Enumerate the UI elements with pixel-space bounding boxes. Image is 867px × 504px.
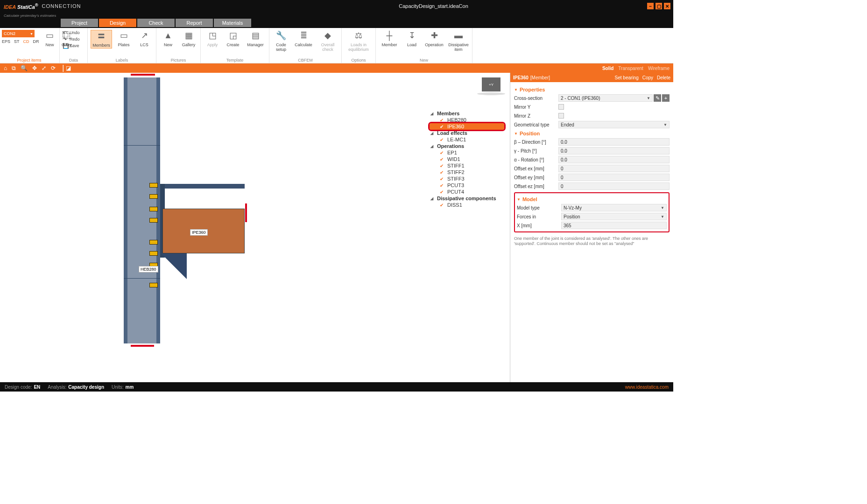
connection-dropdown[interactable]: CON2: [2, 30, 35, 37]
mode-st[interactable]: ST: [14, 39, 20, 44]
minimize-button[interactable]: –: [647, 3, 654, 9]
member-icon: ┼: [383, 30, 395, 42]
mirror-z-checkbox[interactable]: [558, 113, 564, 119]
new-member-button[interactable]: ┼Member: [379, 30, 400, 48]
view-solid[interactable]: Solid: [602, 66, 613, 71]
zoom-in-icon[interactable]: 🔍: [21, 65, 28, 71]
tab-check[interactable]: Check: [137, 19, 175, 27]
tab-project[interactable]: Project: [61, 19, 98, 27]
members-button[interactable]: 〓Members: [91, 30, 112, 49]
beam-ipe360[interactable]: IPE360: [162, 209, 245, 253]
new-load-button[interactable]: ↧Load: [403, 30, 421, 48]
tree-item[interactable]: ✔STIFF1: [430, 162, 504, 169]
close-button[interactable]: ✕: [664, 3, 670, 9]
section-position[interactable]: Position: [514, 131, 670, 136]
view-wireframe[interactable]: Wireframe: [648, 66, 670, 71]
expand-icon[interactable]: ⤢: [42, 65, 46, 71]
gallery-button[interactable]: ▦Gallery: [180, 30, 197, 48]
tree-item[interactable]: ✔PCUT3: [430, 182, 504, 189]
x-input[interactable]: 365: [561, 222, 667, 229]
tab-report[interactable]: Report: [176, 19, 213, 27]
ribbon-group-cbfem: 🔧Code setup ≣Calculate ◆Overall check CB…: [269, 28, 342, 63]
bolt-icon: [149, 207, 158, 211]
bolt-icon: [149, 251, 158, 256]
add-cs-button[interactable]: +: [662, 94, 670, 102]
calculate-button[interactable]: ≣Calculate: [293, 30, 314, 48]
mirror-y-checkbox[interactable]: [558, 104, 564, 110]
undo-button[interactable]: ↶Undo: [63, 30, 85, 35]
save-button[interactable]: 💾Save: [63, 43, 85, 49]
bolt-icon: [149, 183, 158, 188]
model-viewport[interactable]: IPE360 HEB280 +Y ◢Members✔HEB280✔IPE360◢…: [0, 73, 510, 382]
tree-item[interactable]: ✔DISS1: [430, 202, 504, 208]
overall-check-button[interactable]: ◆Overall check: [317, 30, 338, 52]
position-input[interactable]: 0.0: [558, 138, 670, 146]
tree-item[interactable]: ✔PCUT4: [430, 189, 504, 195]
view-transparent[interactable]: Transparent: [618, 66, 643, 71]
edit-cs-button[interactable]: ✎: [654, 94, 661, 102]
position-input[interactable]: 0.0: [558, 147, 670, 154]
section-model[interactable]: Model: [517, 196, 667, 202]
maximize-button[interactable]: ▢: [656, 3, 662, 9]
tree-item[interactable]: ✔HEB280: [430, 117, 504, 123]
new-button[interactable]: ▭New: [44, 30, 56, 48]
new-operation-button[interactable]: ✚Operation: [423, 30, 445, 48]
lcs-icon: ↗: [138, 30, 150, 42]
manager-icon: ▤: [249, 30, 261, 42]
mode-eps[interactable]: EPS: [2, 39, 10, 44]
position-input[interactable]: 0: [558, 165, 670, 172]
load-marker: [245, 203, 247, 222]
bolt-icon: [149, 194, 158, 199]
mode-cd[interactable]: CD: [23, 39, 29, 44]
redo-button[interactable]: ↷Redo: [63, 36, 85, 42]
set-bearing-button[interactable]: Set bearing: [615, 75, 639, 80]
apply-button[interactable]: ◳Apply: [204, 30, 221, 48]
ribbon-group-template: ◳Apply ◲Create ▤Manager Template: [201, 28, 269, 63]
pic-new-button[interactable]: ▲New: [159, 30, 177, 48]
ribbon: CON2 EPS ST CD DR ▭New ⿻Copy Project ite…: [0, 28, 673, 63]
position-input[interactable]: 0: [558, 182, 670, 190]
lcs-button[interactable]: ↗LCS: [135, 30, 153, 48]
position-input[interactable]: 0.0: [558, 156, 670, 163]
position-input[interactable]: 0: [558, 174, 670, 181]
tree-item[interactable]: ✔IPE360: [430, 123, 504, 130]
tree-item[interactable]: ✔LE-MC1: [430, 136, 504, 143]
nav-cube[interactable]: +Y: [482, 77, 500, 91]
home-icon[interactable]: ⌂: [4, 65, 7, 71]
create-button[interactable]: ◲Create: [224, 30, 242, 48]
forces-in-select[interactable]: Position: [561, 213, 667, 220]
plates-button[interactable]: ▭Plates: [115, 30, 133, 48]
product-name: CONNECTION: [42, 3, 81, 9]
tab-materials[interactable]: Materials: [214, 19, 251, 27]
pan-icon[interactable]: ✥: [32, 65, 37, 71]
dissipative-button[interactable]: ▬Dissipative item: [448, 30, 469, 52]
cross-section-select[interactable]: 2 - CON1 (IPE360): [558, 94, 653, 102]
website-link[interactable]: www.ideastatica.com: [625, 385, 669, 390]
panel-copy-button[interactable]: Copy: [642, 75, 653, 80]
tree-header[interactable]: ◢Load effects: [430, 130, 504, 136]
tree-item[interactable]: ✔EP1: [430, 149, 504, 156]
loads-eq-button[interactable]: ⚖Loads in equilibrium: [345, 30, 373, 52]
manager-button[interactable]: ▤Manager: [245, 30, 266, 48]
tree-header[interactable]: ◢Dissipative components: [430, 195, 504, 202]
mode-dr[interactable]: DR: [33, 39, 39, 44]
tree-item[interactable]: ✔STIFF2: [430, 169, 504, 175]
beam-plate-top: [162, 184, 245, 189]
panel-delete-button[interactable]: Delete: [657, 75, 670, 80]
tree-item[interactable]: ✔WID1: [430, 156, 504, 162]
undo-icon: ↶: [63, 30, 68, 35]
code-setup-button[interactable]: 🔧Code setup: [272, 30, 290, 52]
tree-header[interactable]: ◢Members: [430, 110, 504, 117]
perspective-icon[interactable]: ◪: [66, 65, 71, 71]
section-properties[interactable]: Properties: [514, 87, 670, 92]
tree-item[interactable]: ✔STIFF3: [430, 175, 504, 182]
refresh-icon[interactable]: ⟳: [51, 65, 56, 71]
ribbon-group-labels: 〓Members ▭Plates ↗LCS Labels: [88, 28, 156, 63]
tab-design[interactable]: Design: [99, 19, 136, 27]
app-logo: IDEA StatiCa®: [4, 3, 38, 10]
load-marker: [131, 74, 155, 76]
tree-header[interactable]: ◢Operations: [430, 143, 504, 149]
zoom-window-icon[interactable]: ⧉: [12, 65, 16, 71]
model-type-select[interactable]: N-Vz-My: [561, 204, 667, 211]
geom-type-select[interactable]: Ended: [558, 121, 670, 128]
